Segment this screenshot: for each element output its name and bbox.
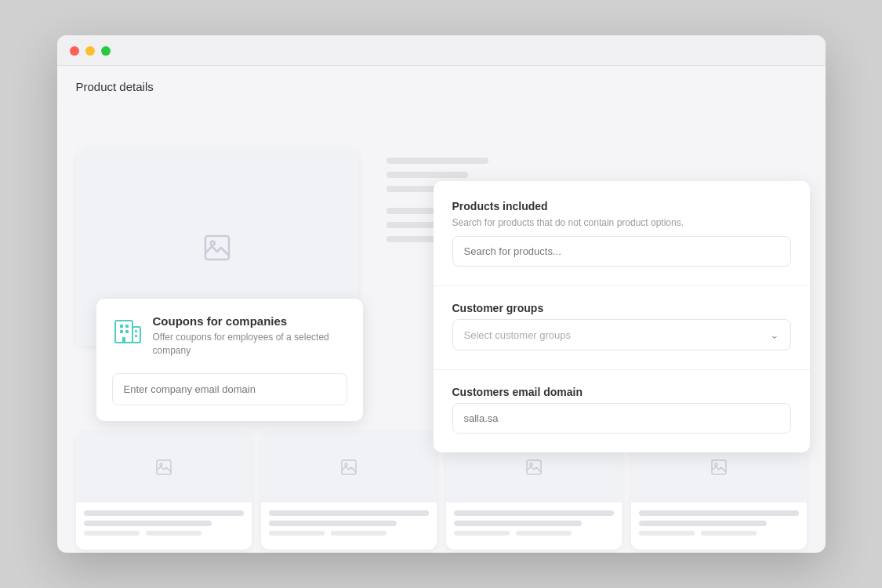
svg-rect-13	[342, 460, 356, 474]
products-included-desc: Search for products that do not contain …	[452, 217, 791, 228]
skeleton-line	[639, 531, 695, 535]
skeleton-line	[387, 158, 488, 164]
email-domain-input[interactable]	[452, 403, 791, 434]
coupons-text: Coupons for companies Offer coupons for …	[153, 314, 347, 358]
skeleton-line	[84, 531, 140, 535]
coupons-card: Coupons for companies Offer coupons for …	[96, 299, 363, 421]
product-card-lines	[261, 510, 437, 540]
svg-rect-4	[125, 325, 129, 328]
close-dot[interactable]	[70, 46, 79, 56]
customer-groups-title: Customer groups	[452, 302, 791, 314]
product-card	[76, 432, 252, 550]
coupons-subtitle: Offer coupons for employees of a selecte…	[153, 331, 347, 358]
skeleton-line	[84, 521, 212, 526]
minimize-dot[interactable]	[85, 46, 95, 56]
chevron-down-icon: ⌄	[770, 328, 779, 341]
svg-rect-9	[135, 330, 137, 332]
product-card-lines	[631, 510, 807, 540]
svg-point-18	[715, 463, 717, 466]
product-card-image	[76, 432, 252, 503]
skeleton-line	[639, 521, 767, 526]
skeleton-line	[146, 531, 201, 535]
products-included-section: Products included Search for products th…	[452, 200, 791, 267]
skeleton-line	[331, 531, 387, 535]
svg-rect-15	[527, 460, 541, 474]
svg-rect-11	[157, 460, 171, 474]
right-panel: Products included Search for products th…	[434, 181, 810, 452]
email-domain-section: Customers email domain	[452, 386, 791, 434]
skeleton-line	[454, 521, 582, 526]
maximize-dot[interactable]	[101, 46, 111, 56]
divider	[434, 369, 810, 370]
coupons-header: Coupons for companies Offer coupons for …	[112, 314, 347, 358]
skeleton-line	[269, 510, 429, 516]
skeleton-line	[387, 172, 468, 178]
product-card-image	[261, 432, 437, 503]
svg-rect-7	[122, 337, 125, 343]
skeleton-line	[454, 531, 510, 535]
customer-groups-section: Customer groups Select customer groups ⌄	[452, 302, 791, 350]
svg-point-14	[345, 463, 347, 466]
card-image-icon	[710, 458, 728, 477]
products-search-input[interactable]	[452, 236, 791, 267]
page-title: Product details	[57, 66, 826, 103]
skeleton-line	[639, 510, 799, 516]
svg-point-12	[160, 463, 162, 466]
image-placeholder-icon	[201, 232, 233, 263]
customer-groups-select[interactable]: Select customer groups ⌄	[452, 319, 791, 350]
svg-rect-17	[712, 460, 726, 474]
skeleton-line	[516, 531, 572, 535]
svg-point-1	[210, 241, 214, 245]
svg-rect-10	[135, 335, 137, 337]
skeleton-line	[454, 510, 614, 516]
card-image-icon	[524, 458, 543, 477]
svg-rect-0	[205, 236, 229, 260]
svg-point-16	[530, 463, 532, 466]
svg-rect-5	[120, 330, 123, 333]
skeleton-line	[701, 531, 757, 535]
svg-rect-3	[120, 325, 123, 328]
building-icon	[112, 314, 143, 346]
products-included-title: Products included	[452, 200, 791, 212]
product-card	[261, 432, 437, 550]
titlebar	[57, 35, 826, 66]
email-domain-title: Customers email domain	[452, 386, 791, 398]
product-card-lines	[446, 510, 622, 540]
company-email-input[interactable]	[112, 373, 347, 405]
skeleton-line	[84, 510, 244, 516]
product-card-lines	[76, 510, 252, 540]
main-window: Product details	[57, 35, 826, 553]
card-image-icon	[339, 458, 358, 477]
skeleton-line	[269, 531, 325, 535]
svg-rect-6	[125, 330, 129, 333]
customer-groups-placeholder: Select customer groups	[464, 329, 572, 341]
skeleton-line	[269, 521, 397, 526]
card-image-icon	[154, 458, 173, 477]
coupons-title: Coupons for companies	[153, 314, 347, 328]
divider	[434, 285, 810, 286]
